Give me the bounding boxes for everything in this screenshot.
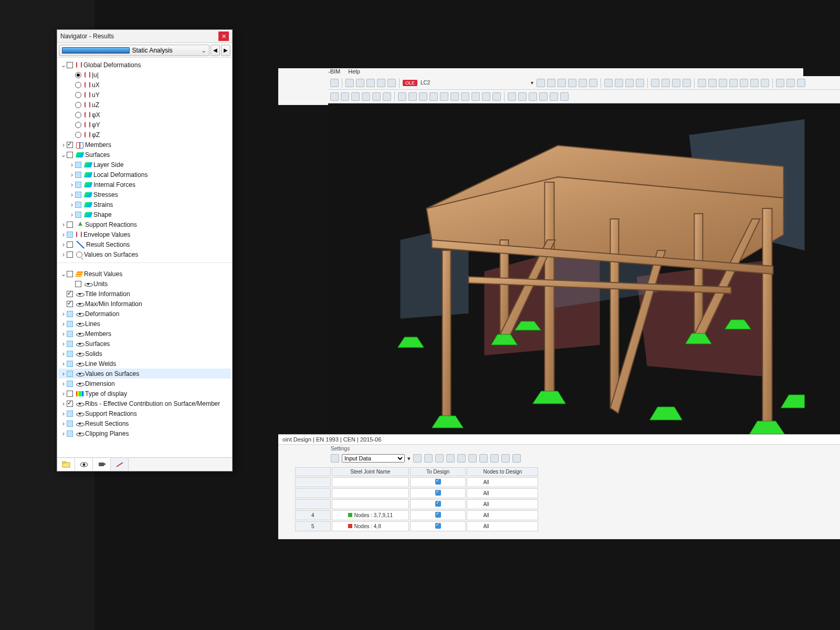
tree-item[interactable]: ›Values on Surfaces [58, 249, 231, 259]
input-data-select[interactable]: Input Data [342, 454, 405, 463]
toolbar-icon[interactable] [625, 79, 634, 87]
toolbar-icon[interactable] [450, 92, 459, 101]
tree-item[interactable]: ›Line Welds [58, 359, 231, 369]
next-button[interactable]: ▶ [221, 45, 230, 56]
tree-item[interactable]: ⌄Result Values [58, 269, 231, 279]
toolbar-icon[interactable] [377, 79, 385, 87]
checkbox[interactable] [67, 401, 73, 407]
checkbox[interactable] [67, 301, 73, 307]
table-row[interactable]: All [295, 488, 538, 498]
expand-icon[interactable]: › [60, 381, 67, 387]
expand-icon[interactable]: › [60, 411, 67, 417]
checkbox[interactable] [67, 381, 73, 387]
tree-item[interactable]: uX [58, 80, 231, 90]
toolbar-icon[interactable] [651, 79, 659, 87]
toolbar-icon[interactable] [408, 92, 417, 101]
toolbar-icon[interactable] [682, 79, 691, 87]
toolbar-icon[interactable] [786, 79, 795, 87]
tree-item[interactable]: ›Clipping Planes [58, 428, 231, 438]
toolbar-icon[interactable] [672, 79, 680, 87]
toolbar-icon[interactable] [492, 92, 501, 101]
expand-icon[interactable]: › [60, 331, 67, 337]
tree-item[interactable]: φZ [58, 130, 231, 140]
analysis-type-dropdown[interactable]: Static Analysis [59, 45, 209, 56]
tree-item[interactable]: ›Deformation [58, 309, 231, 319]
checkbox[interactable] [67, 291, 73, 297]
toolbar-icon[interactable] [512, 454, 521, 463]
checkbox[interactable] [67, 351, 73, 357]
expand-icon[interactable]: › [60, 321, 67, 327]
collapse-icon[interactable]: ⌄ [60, 271, 67, 277]
expand-icon[interactable]: › [60, 391, 67, 397]
expand-icon[interactable]: › [69, 182, 75, 188]
checkbox[interactable] [67, 251, 73, 258]
tree-item[interactable]: ›Solids [58, 349, 231, 359]
tree-item[interactable]: ⌄Global Deformations [58, 60, 231, 70]
tree-item[interactable]: ›Values on Surfaces [58, 369, 231, 379]
tree-item[interactable]: ›Dimension [58, 379, 231, 388]
toolbar-icon[interactable] [457, 454, 466, 463]
expand-icon[interactable]: › [69, 162, 75, 168]
expand-icon[interactable]: › [69, 202, 75, 208]
toolbar-icon[interactable] [698, 79, 706, 87]
expand-icon[interactable]: › [60, 142, 67, 148]
checkbox[interactable] [67, 371, 73, 377]
radio[interactable] [75, 102, 81, 108]
toolbar-icon[interactable] [579, 79, 587, 87]
checkbox[interactable] [67, 222, 73, 228]
toolbar-icon[interactable] [330, 92, 339, 101]
toolbar-icon[interactable] [398, 92, 406, 101]
toolbar-icon[interactable] [560, 92, 569, 101]
checkbox[interactable] [67, 62, 73, 68]
expand-icon[interactable]: › [60, 222, 67, 228]
toolbar-icon[interactable] [440, 92, 448, 101]
collapse-icon[interactable]: ⌄ [60, 62, 67, 68]
toolbar-icon[interactable] [776, 79, 784, 87]
toolbar-icon[interactable] [413, 454, 422, 463]
toolbar-icon[interactable] [750, 79, 759, 87]
toolbar-icon[interactable] [468, 454, 477, 463]
toolbar-icon[interactable] [719, 79, 727, 87]
toolbar-icon[interactable] [482, 92, 490, 101]
toolbar-icon[interactable] [419, 92, 427, 101]
checkbox[interactable] [67, 391, 73, 397]
tab-views-icon[interactable] [93, 458, 111, 471]
tree-item[interactable]: ›Support Reactions [58, 219, 231, 229]
tree-item[interactable]: ›Shape [58, 209, 231, 219]
toolbar-icon[interactable] [331, 454, 339, 463]
tab-display-icon[interactable] [75, 458, 93, 471]
tree-item[interactable]: ›Layer Side [58, 160, 231, 170]
expand-icon[interactable]: › [60, 251, 67, 258]
checkbox[interactable] [67, 421, 73, 427]
close-button[interactable]: ✕ [218, 32, 229, 41]
toolbar-icon[interactable] [330, 79, 339, 87]
checkbox[interactable] [67, 321, 73, 327]
expand-icon[interactable]: › [60, 311, 67, 317]
expand-icon[interactable]: › [60, 242, 67, 248]
checkbox[interactable] [67, 242, 73, 248]
expand-icon[interactable]: › [60, 361, 67, 367]
toolbar-icon[interactable] [372, 92, 381, 101]
expand-icon[interactable]: › [60, 232, 67, 238]
radio[interactable] [75, 72, 81, 78]
tree-item[interactable]: ›Members [58, 140, 231, 150]
expand-icon[interactable]: › [69, 192, 75, 198]
toolbar-icon[interactable] [636, 79, 644, 87]
toolbar-icon[interactable] [461, 92, 469, 101]
tree-item[interactable]: ›Result Sections [58, 418, 231, 428]
toolbar-icon[interactable] [362, 92, 370, 101]
tree-item[interactable]: ›Envelope Values [58, 229, 231, 239]
checkbox[interactable] [67, 411, 73, 417]
toolbar-icon[interactable] [740, 79, 748, 87]
tab-data-icon[interactable] [57, 458, 75, 471]
table-row[interactable]: 4Nodes : 3,7,9,11All [295, 510, 538, 520]
expand-icon[interactable]: › [60, 401, 67, 407]
radio[interactable] [75, 132, 81, 138]
toolbar-icon[interactable] [508, 92, 516, 101]
expand-icon[interactable]: › [60, 430, 67, 437]
tree-item[interactable]: ›Stresses [58, 190, 231, 200]
tree-item[interactable]: φX [58, 110, 231, 120]
tree-item[interactable]: ›Strains [58, 200, 231, 209]
checkbox[interactable] [67, 232, 73, 238]
checkbox[interactable] [75, 281, 81, 287]
